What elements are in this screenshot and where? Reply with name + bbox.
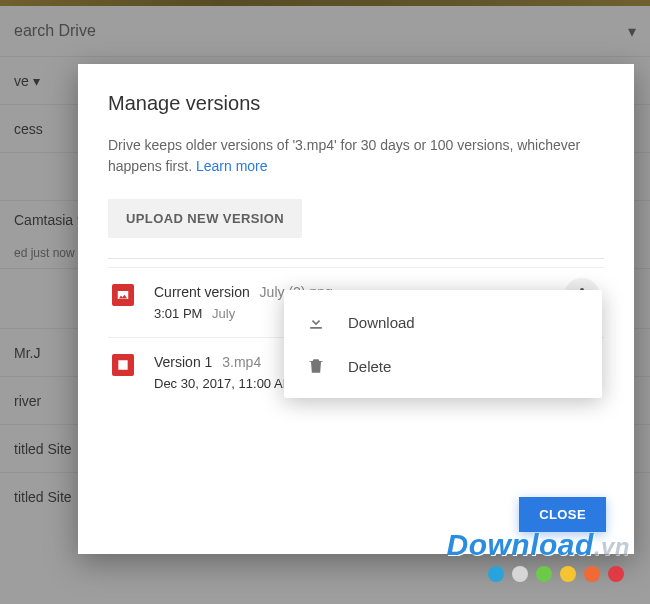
version-time: Dec 30, 2017, 11:00 AM xyxy=(154,376,293,391)
upload-new-version-button[interactable]: UPLOAD NEW VERSION xyxy=(108,199,302,238)
learn-more-link[interactable]: Learn more xyxy=(196,158,268,174)
menu-item-label: Download xyxy=(348,314,415,331)
version-time: 3:01 PM xyxy=(154,306,202,321)
divider xyxy=(108,258,604,259)
version-author: July xyxy=(212,306,235,321)
close-button[interactable]: CLOSE xyxy=(519,497,606,532)
download-icon xyxy=(306,312,326,332)
video-file-icon xyxy=(112,354,134,376)
trash-icon xyxy=(306,356,326,376)
version-filename: 3.mp4 xyxy=(222,354,261,370)
version-title: Current version xyxy=(154,284,250,300)
menu-item-label: Delete xyxy=(348,358,391,375)
version-meta: Version 1 3.mp4 Dec 30, 2017, 11:00 AM xyxy=(154,354,293,391)
image-file-icon xyxy=(112,284,134,306)
dialog-description-text: Drive keeps older versions of '3.mp4' fo… xyxy=(108,137,580,174)
version-title: Version 1 xyxy=(154,354,212,370)
version-context-menu: Download Delete xyxy=(284,290,602,398)
menu-item-download[interactable]: Download xyxy=(284,300,602,344)
dialog-title: Manage versions xyxy=(108,92,604,115)
menu-item-delete[interactable]: Delete xyxy=(284,344,602,388)
dialog-description: Drive keeps older versions of '3.mp4' fo… xyxy=(108,135,604,177)
